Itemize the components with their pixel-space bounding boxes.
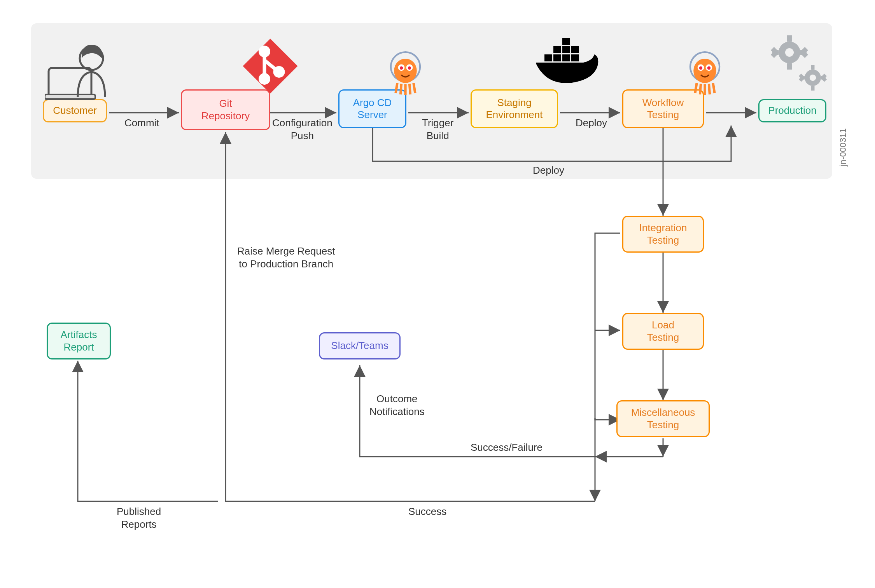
svg-point-35	[693, 59, 716, 83]
edge-success-failure: Success/Failure	[471, 441, 542, 454]
edge-commit: Commit	[124, 117, 159, 129]
svg-rect-26	[544, 54, 552, 61]
edge-config-push: Configuration Push	[272, 117, 332, 142]
node-staging-env: Staging Environment	[471, 89, 558, 128]
node-misc-testing: Miscellaneous Testing	[616, 400, 710, 437]
svg-rect-52	[811, 65, 815, 70]
node-production: Production	[758, 99, 826, 122]
svg-point-51	[810, 75, 816, 81]
svg-point-19	[275, 68, 283, 76]
node-artifacts-report: Artifacts Report	[47, 323, 111, 359]
edge-published: Published Reports	[117, 505, 161, 530]
argo-icon-2	[684, 51, 725, 95]
node-integration-testing: Integration Testing	[622, 216, 704, 253]
svg-point-17	[261, 47, 269, 56]
svg-rect-43	[787, 63, 792, 70]
edge-raise-merge: Raise Merge Request to Production Branch	[237, 245, 335, 270]
svg-point-18	[261, 75, 269, 83]
svg-rect-42	[787, 35, 792, 42]
node-slack-teams: Slack/Teams	[319, 332, 401, 359]
docker-icon	[529, 33, 603, 91]
node-customer-label: Customer	[53, 105, 97, 117]
node-staging-label: Staging Environment	[486, 97, 543, 121]
edge-outcome: Outcome Notifications	[369, 393, 425, 418]
node-git-label: Git Repository	[201, 98, 250, 122]
node-customer: Customer	[43, 99, 107, 122]
svg-point-24	[400, 66, 403, 70]
edge-deploy-1: Deploy	[576, 117, 607, 129]
gears-icon	[762, 31, 832, 97]
svg-rect-29	[571, 54, 579, 61]
svg-point-41	[785, 48, 794, 57]
svg-point-25	[408, 66, 411, 70]
node-integration-label: Integration Testing	[639, 222, 687, 246]
node-git-repository: Git Repository	[181, 89, 270, 130]
node-argocd-server: Argo CD Server	[338, 89, 406, 128]
svg-rect-30	[553, 46, 561, 53]
node-workflow-testing: Workflow Testing	[622, 89, 704, 128]
argo-icon	[385, 51, 426, 95]
node-load-testing: Load Testing	[622, 313, 704, 350]
edge-success: Success	[408, 505, 446, 518]
svg-rect-31	[562, 46, 570, 53]
node-workflow-label: Workflow Testing	[642, 97, 684, 121]
svg-rect-33	[562, 38, 570, 45]
customer-icon	[45, 41, 119, 101]
svg-rect-53	[811, 86, 815, 91]
svg-rect-12	[49, 68, 91, 97]
node-load-label: Load Testing	[647, 319, 679, 343]
node-argocd-label: Argo CD Server	[353, 97, 392, 121]
svg-rect-32	[571, 46, 579, 53]
edge-trigger-build: Trigger Build	[422, 117, 453, 142]
svg-rect-28	[562, 54, 570, 61]
node-artifacts-label: Artifacts Report	[61, 329, 97, 353]
svg-point-21	[394, 59, 417, 83]
git-icon	[241, 37, 299, 95]
pipeline-panel	[31, 23, 832, 179]
svg-rect-13	[45, 94, 95, 99]
svg-point-39	[707, 66, 710, 70]
node-slack-label: Slack/Teams	[331, 340, 388, 352]
svg-rect-27	[553, 54, 561, 61]
node-production-label: Production	[768, 105, 816, 117]
svg-point-38	[699, 66, 702, 70]
figure-id: jn-000311	[838, 128, 848, 166]
node-misc-label: Miscellaneous Testing	[631, 407, 695, 431]
edge-deploy-2: Deploy	[533, 164, 564, 177]
